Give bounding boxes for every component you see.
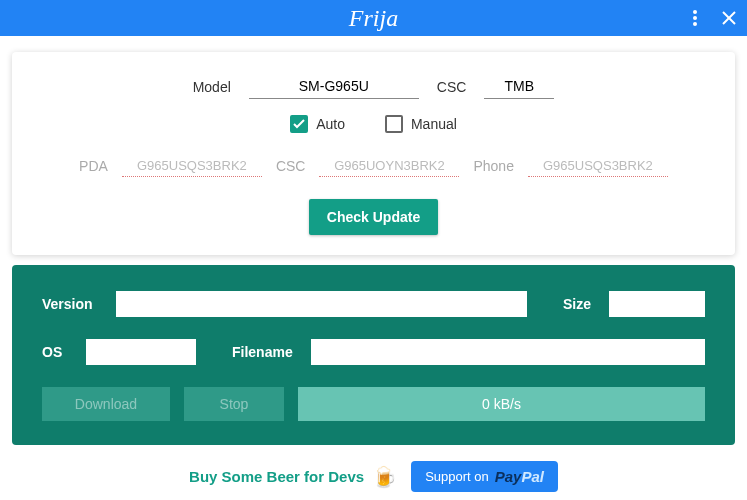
window-controls (685, 0, 739, 36)
csc-label: CSC (437, 79, 467, 95)
more-icon[interactable] (685, 8, 705, 28)
os-output (86, 339, 196, 365)
app-title: Frija (349, 5, 398, 32)
pda-label: PDA (79, 158, 108, 174)
speed-text: 0 kB/s (482, 396, 521, 412)
version-label: Version (42, 296, 98, 312)
manual-label: Manual (411, 116, 457, 132)
os-label: OS (42, 344, 68, 360)
version-output (116, 291, 527, 317)
stop-button[interactable]: Stop (184, 387, 284, 421)
filename-output (311, 339, 705, 365)
fw-csc-label: CSC (276, 158, 306, 174)
size-output (609, 291, 705, 317)
beer-icon: 🍺 (372, 465, 397, 489)
donate-text: Buy Some Beer for Devs (189, 468, 364, 485)
checkbox-empty-icon (385, 115, 403, 133)
support-text: Support on (425, 469, 489, 484)
paypal-logo: PayPal (495, 468, 544, 485)
svg-point-1 (693, 16, 697, 20)
size-label: Size (563, 296, 591, 312)
check-update-button[interactable]: Check Update (309, 199, 438, 235)
auto-checkbox[interactable]: Auto (290, 115, 345, 133)
os-row: OS Filename (42, 339, 705, 365)
check-icon (290, 115, 308, 133)
pda-input[interactable] (122, 155, 262, 177)
download-button[interactable]: Download (42, 387, 170, 421)
filename-label: Filename (232, 344, 293, 360)
phone-label: Phone (473, 158, 513, 174)
auto-label: Auto (316, 116, 345, 132)
svg-point-0 (693, 10, 697, 14)
manual-checkbox[interactable]: Manual (385, 115, 457, 133)
action-row: Download Stop 0 kB/s (42, 387, 705, 421)
firmware-row: PDA CSC Phone (38, 155, 709, 177)
phone-input[interactable] (528, 155, 668, 177)
download-panel: Version Size OS Filename Download Stop 0… (12, 265, 735, 445)
input-panel: Model CSC Auto Manual PDA CSC Phone Chec… (12, 52, 735, 255)
titlebar: Frija (0, 0, 747, 36)
paypal-button[interactable]: Support on PayPal (411, 461, 558, 492)
progress-bar: 0 kB/s (298, 387, 705, 421)
donate-link[interactable]: Buy Some Beer for Devs 🍺 (189, 465, 397, 489)
fw-csc-input[interactable] (319, 155, 459, 177)
version-row: Version Size (42, 291, 705, 317)
model-input[interactable] (249, 74, 419, 99)
model-row: Model CSC (38, 74, 709, 99)
model-label: Model (193, 79, 231, 95)
footer: Buy Some Beer for Devs 🍺 Support on PayP… (0, 455, 747, 500)
close-icon[interactable] (719, 8, 739, 28)
svg-point-2 (693, 22, 697, 26)
csc-input[interactable] (484, 74, 554, 99)
mode-row: Auto Manual (38, 115, 709, 133)
